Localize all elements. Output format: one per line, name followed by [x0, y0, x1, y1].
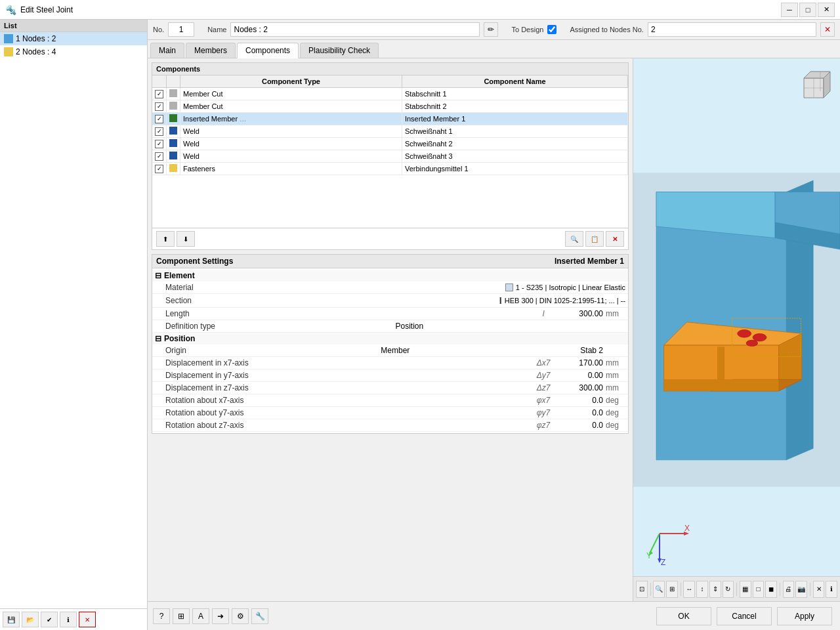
row-checkbox[interactable]	[155, 115, 163, 123]
rot-z7-value[interactable]: 0.0	[553, 421, 606, 430]
cancel-button[interactable]: Cancel	[717, 607, 772, 625]
header-row: No. 1 Name Nodes : 2 ✏ To Design Assigne…	[148, 20, 840, 40]
settings-button[interactable]: ⚙	[232, 608, 249, 624]
comp-move-up-button[interactable]: ⬆	[156, 231, 175, 247]
disp-z7-value[interactable]: 300.00	[553, 383, 606, 392]
rot-y7-value[interactable]: 0.0	[553, 408, 606, 417]
name-value[interactable]: Nodes : 2	[230, 22, 480, 37]
sidebar: List 1 Nodes : 2 2 Nodes : 4 💾 📂 ✔ ℹ ✕	[0, 20, 148, 630]
help-button[interactable]: ?	[153, 608, 170, 624]
vp-pan-z-btn[interactable]: ⇕	[709, 581, 721, 598]
vp-screenshot-btn[interactable]: 📷	[795, 581, 807, 598]
components-table: Component Type Component Name Member Cut…	[152, 75, 628, 175]
table-row[interactable]: Fasteners Verbindungsmittel 1	[152, 163, 628, 175]
to-design-label: To Design	[511, 26, 543, 33]
viewport-toolbar: ⊡ 🔍 ⊞ ↔ ↕ ⇕ ↻ ▦ □ ◼ 🖨 📷	[633, 576, 840, 601]
text-button[interactable]: A	[192, 608, 209, 624]
row-checkbox[interactable]	[155, 90, 163, 98]
row-checkbox[interactable]	[155, 140, 163, 148]
comp-add-button[interactable]: 🔍	[565, 231, 583, 247]
close-button[interactable]: ✕	[818, 3, 835, 17]
disp-y7-value[interactable]: 0.00	[553, 371, 606, 380]
material-value[interactable]: 1 - S235 | Isotropic | Linear Elastic	[516, 284, 625, 291]
definition-type-value[interactable]: Position	[396, 322, 626, 331]
vp-pan-y-btn[interactable]: ↕	[696, 581, 708, 598]
table-row[interactable]: Weld Schweißnaht 2	[152, 138, 628, 150]
rot-x7-value[interactable]: 0.0	[553, 396, 606, 405]
viewport-3d[interactable]: Z Y X ⊡ 🔍 ⊞	[633, 58, 840, 601]
group-element[interactable]: ⊟ Element	[152, 270, 628, 282]
name-edit-button[interactable]: ✏	[484, 22, 498, 37]
name-label: Name	[207, 26, 226, 33]
ok-button[interactable]: OK	[656, 607, 711, 625]
length-value[interactable]: 300.00	[553, 309, 606, 318]
table-row[interactable]: Member Cut Stabschnitt 1	[152, 88, 628, 100]
vp-zoom-ext-btn[interactable]: ⊞	[666, 581, 678, 598]
vp-select-btn[interactable]: ⊡	[636, 581, 648, 598]
row-name: Schweißnaht 1	[402, 125, 627, 138]
table-row[interactable]: Member Cut Stabschnitt 2	[152, 100, 628, 113]
nav-cube[interactable]	[794, 65, 833, 104]
apply-button[interactable]: Apply	[777, 607, 832, 625]
assigned-value[interactable]: 2	[648, 22, 816, 37]
table-row[interactable]: Weld Schweißnaht 1	[152, 125, 628, 138]
origin-value[interactable]: Stab 2	[553, 346, 606, 355]
vp-pan-x-btn[interactable]: ↔	[683, 581, 695, 598]
table-row-selected[interactable]: Inserted Member ... Inserted Member 1	[152, 113, 628, 125]
sidebar-info-button[interactable]: ℹ	[60, 612, 77, 627]
row-name: Inserted Member 1	[402, 113, 627, 125]
tab-plausibility[interactable]: Plausibility Check	[300, 43, 379, 58]
to-design-checkbox[interactable]	[547, 25, 556, 34]
vp-print-btn[interactable]: 🖨	[783, 581, 795, 598]
collapse-position-icon[interactable]: ⊟	[155, 334, 164, 343]
comp-copy-button[interactable]: 📋	[585, 231, 604, 247]
group-position-label: Position	[164, 334, 195, 343]
row-checkbox[interactable]	[155, 152, 163, 161]
assigned-delete-button[interactable]: ✕	[820, 22, 835, 37]
comp-move-down-button[interactable]: ⬇	[177, 231, 195, 247]
vp-sep-4	[780, 583, 780, 596]
row-checkbox[interactable]	[155, 165, 163, 173]
vp-wire-btn[interactable]: □	[753, 581, 765, 598]
tabs-row: Main Members Components Plausibility Che…	[148, 40, 840, 58]
vp-display-btn[interactable]: ▦	[740, 581, 751, 598]
vp-info-btn[interactable]: ℹ	[826, 581, 837, 598]
vp-render-btn[interactable]: ◼	[765, 581, 777, 598]
maximize-button[interactable]: □	[799, 3, 816, 17]
vp-settings-btn[interactable]: ✕	[813, 581, 825, 598]
left-content: Components Component Type Component Name	[148, 58, 633, 601]
group-position[interactable]: ⊟ Position	[152, 333, 628, 345]
col-type: Component Type	[180, 75, 402, 88]
comp-delete-button[interactable]: ✕	[606, 231, 624, 247]
length-symbol: l	[534, 309, 553, 318]
sidebar-check-button[interactable]: ✔	[41, 612, 58, 627]
axis-svg: Z Y X	[646, 520, 692, 566]
svg-point-13	[746, 340, 758, 346]
tab-main[interactable]: Main	[150, 43, 184, 58]
grid-button[interactable]: ⊞	[173, 608, 190, 624]
table-row[interactable]: Weld Schweißnaht 3	[152, 150, 628, 163]
tab-members[interactable]: Members	[186, 43, 236, 58]
arrow-button[interactable]: ➜	[212, 608, 229, 624]
tab-components[interactable]: Components	[237, 43, 299, 58]
comp-toolbar-right: 🔍 📋 ✕	[565, 231, 624, 247]
sidebar-delete-button[interactable]: ✕	[79, 612, 96, 627]
to-design-field: To Design	[511, 25, 556, 34]
rot-x7-unit: deg	[606, 396, 625, 405]
section-value[interactable]: HEB 300 | DIN 1025-2:1995-11; ... | --	[505, 297, 625, 304]
sidebar-save-button[interactable]: 💾	[3, 612, 20, 627]
disp-x7-value[interactable]: 170.00	[553, 358, 606, 368]
sidebar-open-button[interactable]: 📂	[22, 612, 39, 627]
vp-zoom-btn[interactable]: 🔍	[653, 581, 665, 598]
sidebar-item-2[interactable]: 2 Nodes : 4	[0, 45, 147, 58]
row-checkbox[interactable]	[155, 127, 163, 136]
collapse-element-icon[interactable]: ⊟	[155, 271, 164, 280]
minimize-button[interactable]: ─	[781, 3, 798, 17]
row-type: Fasteners	[180, 163, 402, 175]
tools-button[interactable]: 🔧	[251, 608, 268, 624]
row-icon	[169, 139, 177, 147]
vp-rotate-btn[interactable]: ↻	[723, 581, 734, 598]
sidebar-icon-1	[4, 34, 13, 43]
row-checkbox[interactable]	[155, 102, 163, 111]
sidebar-item-1[interactable]: 1 Nodes : 2	[0, 32, 147, 45]
